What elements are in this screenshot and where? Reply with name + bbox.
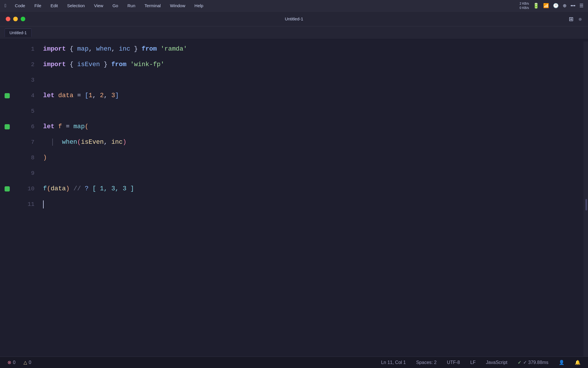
tab-bar: Untitled-1	[0, 26, 588, 39]
settings-icon[interactable]: ●	[578, 15, 583, 23]
menubar:  Code File Edit Selection View Go Run T…	[0, 0, 588, 12]
line-num-5: 5	[26, 103, 34, 119]
bp-slot-3	[3, 72, 11, 88]
encoding[interactable]: UTF-8	[445, 359, 462, 366]
menu-go[interactable]: Go	[111, 3, 120, 9]
bell-icon: 🔔	[575, 360, 581, 365]
bp-slot-7	[3, 135, 11, 150]
apple-logo-icon: 	[5, 3, 6, 8]
menu-run[interactable]: Run	[126, 3, 137, 9]
line-num-4: 4	[26, 88, 34, 103]
bp-slot-10	[3, 181, 11, 197]
bp-slot-4	[3, 88, 11, 103]
text-cursor	[43, 200, 44, 208]
menu-window[interactable]: Window	[168, 3, 187, 9]
check-icon: ✓	[518, 360, 521, 365]
wifi-icon: 📶	[543, 3, 549, 8]
minimize-button[interactable]	[13, 17, 18, 21]
statusbar-right: Ln 11, Col 1 Spaces: 2 UTF-8 LF JavaScri…	[379, 359, 582, 366]
line-num-1: 1	[26, 41, 34, 57]
code-line-8: )	[43, 150, 583, 166]
titlebar-actions: ⊞ ●	[569, 15, 583, 23]
bp-slot-6	[3, 119, 11, 135]
scrollbar-thumb[interactable]	[585, 199, 587, 210]
bp-slot-2	[3, 57, 11, 72]
maximize-button[interactable]	[21, 17, 25, 21]
line-num-2: 2	[26, 57, 34, 72]
bp-slot-5	[3, 103, 11, 119]
editor-container: 1 2 3 4 5 6 7 8 9 10 11 import { map , w…	[0, 39, 588, 356]
code-line-2: import { isEven } from 'wink-fp'	[43, 57, 583, 72]
code-line-4: let data = [ 1 , 2 , 3 ]	[43, 88, 583, 103]
code-line-7: │ when ( isEven , inc )	[43, 135, 583, 150]
spaces-setting[interactable]: Spaces: 2	[414, 359, 438, 366]
menu-view[interactable]: View	[92, 3, 105, 9]
menu-terminal[interactable]: Terminal	[143, 3, 163, 9]
breakpoint-gutter	[0, 41, 14, 356]
split-editor-icon[interactable]: ⊞	[569, 16, 574, 22]
breakpoint-4[interactable]	[5, 93, 10, 98]
code-editor[interactable]: import { map , when , inc } from 'ramda'…	[40, 41, 583, 356]
statusbar-left: ⊗ 0 △ 0	[6, 359, 33, 366]
statusbar: ⊗ 0 △ 0 Ln 11, Col 1 Spaces: 2 UTF-8 LF …	[0, 356, 588, 368]
close-button[interactable]	[6, 17, 10, 21]
dots-icon: •••	[570, 3, 575, 8]
scrollbar[interactable]	[583, 41, 588, 356]
line-num-11: 11	[26, 197, 34, 212]
menu-help[interactable]: Help	[193, 3, 205, 9]
timing-info: ✓ ✓ 379.88ms	[516, 359, 550, 366]
cursor-position[interactable]: Ln 11, Col 1	[379, 359, 407, 366]
line-num-3: 3	[26, 72, 34, 88]
traffic-lights	[6, 17, 25, 21]
person-icon: 👤	[559, 360, 564, 365]
code-line-3	[43, 72, 583, 88]
line-ending[interactable]: LF	[469, 359, 477, 366]
menu-file[interactable]: File	[33, 3, 43, 9]
line-num-9: 9	[26, 166, 34, 181]
titlebar: Untitled-1 ⊞ ●	[0, 12, 588, 26]
menu-edit[interactable]: Edit	[49, 3, 60, 9]
line-num-10: 10	[26, 181, 34, 197]
keyword-import-1: import	[43, 41, 66, 57]
menu-selection[interactable]: Selection	[65, 3, 87, 9]
line-num-7: 7	[26, 135, 34, 150]
line-num-6: 6	[26, 119, 34, 135]
notifications-icon[interactable]: 🔔	[573, 359, 582, 366]
error-icon: ⊗	[7, 360, 11, 365]
warning-icon: △	[24, 360, 27, 365]
code-line-11	[43, 197, 583, 212]
language-mode[interactable]: JavaScript	[484, 359, 509, 366]
tab-untitled-1[interactable]: Untitled-1	[5, 28, 32, 37]
bp-slot-11	[3, 197, 11, 212]
line-num-8: 8	[26, 150, 34, 166]
breakpoint-10[interactable]	[5, 186, 10, 191]
bp-slot-9	[3, 166, 11, 181]
bp-slot-1	[3, 41, 11, 57]
list-icon: ☰	[579, 3, 583, 8]
feedback-icon[interactable]: 👤	[557, 359, 566, 366]
menubar-right: 2 KB/s 0 KB/s 🔋 📶 🕐 ⊕ ••• ☰	[520, 1, 583, 10]
code-line-1: import { map , when , inc } from 'ramda'	[43, 41, 583, 57]
battery-icon: 🔋	[533, 3, 539, 9]
line-number-gutter: 1 2 3 4 5 6 7 8 9 10 11	[14, 41, 40, 356]
code-line-10: f ( data ) // ? [ 1, 3, 3 ]	[43, 181, 583, 197]
code-line-6: let f = map (	[43, 119, 583, 135]
network-info: 2 KB/s 0 KB/s	[520, 1, 529, 10]
code-line-9	[43, 166, 583, 181]
window-title: Untitled-1	[285, 16, 303, 21]
clock-icon: 🕐	[553, 3, 559, 8]
code-line-5	[43, 103, 583, 119]
menu-code[interactable]: Code	[13, 3, 27, 9]
airdrop-icon: ⊕	[563, 3, 566, 8]
error-count[interactable]: ⊗ 0	[6, 359, 17, 366]
warning-count[interactable]: △ 0	[22, 359, 33, 366]
editor-main[interactable]: 1 2 3 4 5 6 7 8 9 10 11 import { map , w…	[0, 39, 588, 356]
breakpoint-6[interactable]	[5, 124, 10, 129]
bp-slot-8	[3, 150, 11, 166]
